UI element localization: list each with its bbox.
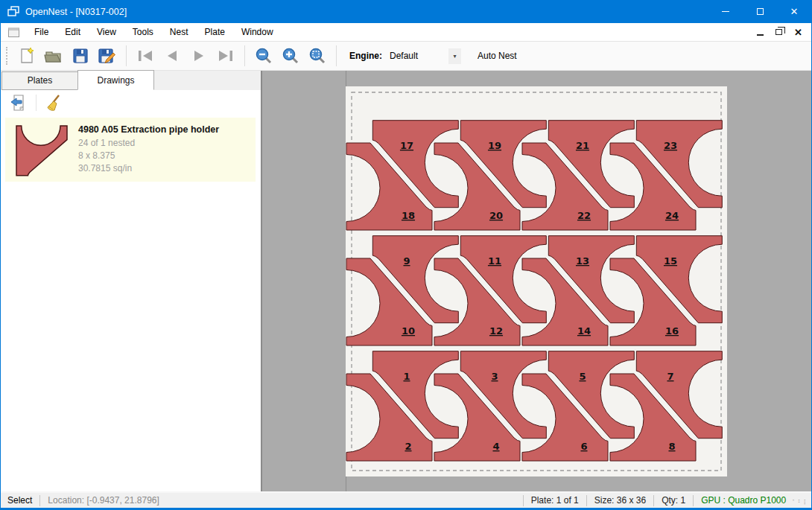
part-number: 22 <box>577 210 591 221</box>
zoom-in-button[interactable] <box>279 44 302 68</box>
nav-prev-button[interactable] <box>160 44 184 68</box>
drawing-nested-count: 24 of 1 nested <box>78 137 219 150</box>
part-number: 19 <box>488 140 501 151</box>
window-title: OpenNest - [N0317-002] <box>25 7 127 17</box>
minimize-icon <box>722 11 729 12</box>
new-button[interactable] <box>15 44 39 68</box>
status-mode: Select <box>7 495 32 506</box>
zoom-in-icon <box>282 47 299 65</box>
nav-last-icon <box>216 48 235 64</box>
status-qty: Qty: 1 <box>662 495 685 506</box>
toolbar-grip[interactable] <box>6 47 7 65</box>
part-number: 24 <box>665 210 679 221</box>
save-button[interactable] <box>69 44 92 68</box>
part-number: 16 <box>665 325 679 337</box>
clear-button[interactable] <box>43 92 64 113</box>
part-number: 18 <box>402 210 415 221</box>
part-number: 14 <box>577 325 591 337</box>
status-bar: Select Location: [-0.9437, 21.8796] Plat… <box>1 491 811 508</box>
nest-canvas[interactable]: 123456789101112131415161718192021222324 <box>262 71 811 491</box>
nav-next-button[interactable] <box>187 44 211 68</box>
open-button[interactable] <box>42 44 66 68</box>
nav-prev-icon <box>162 48 182 64</box>
menu-plate[interactable]: Plate <box>197 24 233 40</box>
part-number: 23 <box>664 140 677 151</box>
zoom-out-button[interactable] <box>252 44 276 68</box>
drawing-area: 30.7815 sq/in <box>78 162 219 175</box>
part-number: 13 <box>576 255 589 267</box>
menu-window[interactable]: Window <box>233 24 282 40</box>
nav-next-icon <box>189 48 209 64</box>
zoom-extents-button[interactable] <box>305 44 329 68</box>
zoom-extents-icon <box>308 47 326 65</box>
nav-first-icon <box>136 48 155 64</box>
part-number: 1 <box>403 371 410 382</box>
part-number: 6 <box>580 441 587 452</box>
drawing-title: 4980 A05 Extraction pipe holder <box>78 124 219 135</box>
mdi-restore-icon[interactable] <box>775 29 782 35</box>
part-number: 21 <box>576 140 589 151</box>
mdi-minimize-icon[interactable] <box>757 34 764 36</box>
auto-nest-button[interactable]: Auto Nest <box>472 47 523 65</box>
import-drawing-button[interactable] <box>8 92 29 113</box>
main-toolbar: Engine: Default ▾ Auto Nest <box>1 41 811 71</box>
save-as-button[interactable] <box>95 44 119 68</box>
menu-tools[interactable]: Tools <box>124 24 162 40</box>
nest-drawing: 123456789101112131415161718192021222324 <box>346 86 727 476</box>
broom-icon <box>45 94 63 112</box>
engine-select[interactable]: Default ▾ <box>387 48 461 65</box>
status-size: Size: 36 x 36 <box>594 495 646 506</box>
maximize-icon <box>757 8 764 15</box>
tab-plates[interactable]: Plates <box>1 71 78 90</box>
nav-last-button[interactable] <box>214 44 238 68</box>
menu-edit[interactable]: Edit <box>57 24 89 40</box>
zoom-out-icon <box>255 47 273 65</box>
part-number: 4 <box>492 441 499 452</box>
part-number: 20 <box>489 210 503 221</box>
status-plate: Plate: 1 of 1 <box>531 495 579 506</box>
status-location: Location: [-0.9437, 21.8796] <box>48 495 159 506</box>
open-folder-icon <box>44 47 63 65</box>
close-button[interactable]: ✕ <box>777 0 811 23</box>
chevron-down-icon: ▾ <box>448 48 461 64</box>
part-number: 15 <box>664 255 677 267</box>
drawings-toolbar <box>1 90 261 115</box>
part-number: 11 <box>488 255 501 267</box>
part-number: 10 <box>402 325 415 337</box>
status-gpu: GPU : Quadro P1000 <box>701 495 786 506</box>
app-window: OpenNest - [N0317-002] ✕ File Edit View … <box>0 0 812 510</box>
part-number: 7 <box>667 371 673 382</box>
plate[interactable]: 123456789101112131415161718192021222324 <box>346 86 727 476</box>
part-number: 3 <box>491 371 498 382</box>
save-icon <box>72 47 89 65</box>
part-number: 8 <box>668 441 675 452</box>
part-number: 17 <box>400 140 413 151</box>
drawing-list-item[interactable]: 4980 A05 Extraction pipe holder 24 of 1 … <box>5 118 256 182</box>
engine-value: Default <box>387 51 448 61</box>
engine-label: Engine: <box>349 51 382 61</box>
part-thumbnail <box>14 124 71 178</box>
page-back-arrow-icon <box>10 94 28 112</box>
sidebar: Plates Drawings <box>1 71 262 491</box>
part-number: 12 <box>489 325 503 337</box>
save-as-icon <box>98 47 117 65</box>
document-window-icon[interactable] <box>8 28 19 37</box>
title-bar: OpenNest - [N0317-002] ✕ <box>1 0 811 23</box>
new-file-icon <box>18 47 36 65</box>
part-number: 2 <box>405 441 411 452</box>
close-icon: ✕ <box>790 7 799 16</box>
resize-grip[interactable]: ⠁⠃⠇ <box>792 499 809 506</box>
tab-drawings[interactable]: Drawings <box>77 70 154 90</box>
menu-bar: File Edit View Tools Nest Plate Window ✕ <box>1 23 811 41</box>
minimize-button[interactable] <box>708 0 743 23</box>
menu-file[interactable]: File <box>26 24 57 40</box>
sidebar-tabstrip: Plates Drawings <box>1 71 261 90</box>
mdi-close-icon[interactable]: ✕ <box>794 28 802 37</box>
maximize-button[interactable] <box>743 0 777 23</box>
menu-nest[interactable]: Nest <box>162 24 197 40</box>
menu-view[interactable]: View <box>89 24 124 40</box>
nav-first-button[interactable] <box>133 44 157 68</box>
drawing-size: 8 x 8.375 <box>78 150 219 162</box>
app-icon <box>7 5 20 18</box>
part-number: 9 <box>403 255 410 267</box>
